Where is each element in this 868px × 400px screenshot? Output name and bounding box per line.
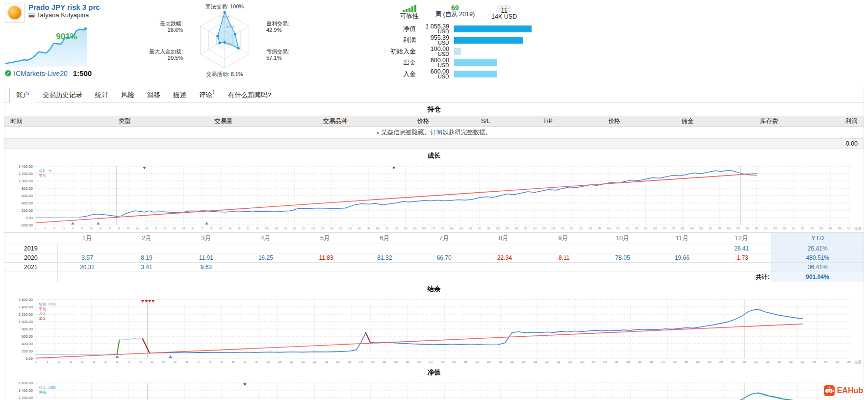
- chart-legend-item: 净值: [39, 390, 47, 394]
- tab-评论[interactable]: 评论1: [193, 87, 222, 102]
- svg-text:95: 95: [255, 361, 258, 363]
- withdrawal-marker-icon: [243, 383, 246, 386]
- month-value: [712, 262, 771, 272]
- month-value: [57, 244, 117, 253]
- svg-text:288: 288: [699, 227, 703, 230]
- tab-交易历史记录[interactable]: 交易历史记录: [36, 88, 89, 102]
- weeks-label: 周 (自从 2019): [435, 11, 475, 18]
- svg-text:70: 70: [197, 361, 200, 363]
- month-value: [236, 262, 295, 272]
- month-value: 8.19: [117, 253, 176, 262]
- tab-bar: 账户交易历史记录统计风险滑移描述评论1有什么新闻吗?: [4, 87, 864, 102]
- tab-滑移[interactable]: 滑移: [141, 88, 167, 102]
- svg-text:164: 164: [413, 227, 417, 230]
- svg-text:265: 265: [650, 361, 654, 363]
- svg-text:800.00: 800.00: [22, 186, 33, 190]
- equity-section: 净值 0.00200.00400.00600.00800.001 000.001…: [4, 366, 864, 400]
- svg-text:1 400.00: 1 400.00: [19, 164, 33, 168]
- svg-text:255: 255: [626, 361, 630, 363]
- svg-text:115: 115: [301, 361, 305, 363]
- month-value: [117, 244, 176, 253]
- monthly-growth-table: 1月2月3月4月5月6月7月8月9月10月11月12月YTD201926.412…: [4, 232, 864, 282]
- month-value: 20.32: [57, 262, 117, 272]
- svg-text:152: 152: [385, 227, 389, 230]
- author-name: Tatyana Kulyapina: [37, 11, 89, 19]
- series-growth-early: [36, 217, 80, 217]
- svg-text:328: 328: [791, 227, 795, 230]
- series-balance-early2: [120, 338, 143, 340]
- svg-text:320: 320: [777, 361, 781, 363]
- month-header: 9月: [534, 232, 593, 244]
- positions-col-交易量: 交易量: [168, 116, 280, 126]
- stat-bar: [454, 48, 461, 55]
- svg-text:55: 55: [162, 361, 165, 363]
- svg-text:195: 195: [487, 361, 491, 363]
- broker-server-link[interactable]: ICMarkets-Live20: [14, 70, 68, 77]
- equity-chart-title: 净值: [4, 366, 864, 379]
- tab-账户[interactable]: 账户: [9, 88, 36, 102]
- svg-text:200: 200: [496, 227, 500, 230]
- tab-风险[interactable]: 风险: [115, 88, 141, 102]
- stat-row-4: 入金600.00USD: [358, 69, 532, 78]
- month-header: 2月: [117, 232, 176, 244]
- month-value: 3.57: [57, 253, 117, 262]
- weeks-kpi: 69 周 (自从 2019): [435, 5, 475, 20]
- svg-text:276: 276: [671, 227, 675, 230]
- subscribe-link[interactable]: 订阅: [430, 129, 442, 136]
- month-value: [652, 244, 712, 253]
- positions-col-价格: 价格: [580, 116, 649, 126]
- positions-col-S/L: S/L: [456, 116, 516, 126]
- tab-统计[interactable]: 统计: [89, 88, 115, 102]
- svg-text:72: 72: [201, 227, 204, 230]
- month-value: [355, 262, 414, 272]
- svg-text:224: 224: [551, 227, 555, 230]
- svg-text:196: 196: [486, 227, 490, 230]
- svg-text:325: 325: [789, 361, 793, 363]
- svg-text:600.00: 600.00: [22, 193, 33, 198]
- series-balance-early: [36, 353, 117, 354]
- svg-text:310: 310: [754, 361, 758, 363]
- svg-text:130: 130: [336, 361, 340, 363]
- svg-text:132: 132: [339, 227, 343, 230]
- svg-text:124: 124: [320, 227, 324, 230]
- deposit-marker-icon: [71, 222, 74, 225]
- chart-legend-item: 平均: [39, 173, 46, 177]
- month-value: 3.41: [117, 262, 176, 272]
- stat-row-2: 初始入金100.00USD: [358, 47, 532, 56]
- svg-text:5: 5: [47, 361, 48, 363]
- stat-value: 955.39USD: [416, 35, 454, 45]
- svg-text:0%: 0%: [226, 42, 231, 46]
- svg-text:50%: 50%: [226, 25, 234, 29]
- svg-text:300: 300: [731, 361, 735, 363]
- ytd-value: 26.41%: [771, 244, 864, 253]
- svg-text:24: 24: [90, 227, 93, 230]
- month-value: [295, 262, 355, 272]
- svg-text:180: 180: [450, 227, 454, 230]
- month-header: 12月: [712, 232, 771, 244]
- tab-有什么新闻吗?[interactable]: 有什么新闻吗?: [222, 88, 278, 102]
- svg-text:264: 264: [644, 227, 648, 230]
- russia-flag-icon: [28, 13, 35, 18]
- svg-text:212: 212: [524, 227, 528, 230]
- stat-label: 初始入金: [358, 47, 416, 56]
- svg-text:150: 150: [383, 361, 386, 363]
- deposit-marker-icon: [169, 355, 172, 358]
- svg-text:344: 344: [829, 227, 833, 230]
- month-value: [177, 244, 236, 253]
- svg-text:190: 190: [475, 361, 479, 363]
- ytd-header: YTD: [771, 232, 864, 244]
- svg-text:1 000.00: 1 000.00: [19, 319, 33, 324]
- svg-text:75: 75: [209, 361, 212, 363]
- tab-描述[interactable]: 描述: [167, 88, 193, 102]
- signal-title-link[interactable]: Prado JPY risk 3 prc: [28, 3, 100, 11]
- balance-chart-title: 结余: [4, 282, 864, 296]
- series-balance: [36, 393, 802, 400]
- svg-text:76: 76: [210, 227, 213, 230]
- svg-text:136: 136: [348, 227, 352, 230]
- chart-legend-item: 成长, %: [39, 169, 51, 173]
- month-value: 81.32: [355, 253, 414, 262]
- svg-text:125: 125: [324, 361, 328, 363]
- svg-text:1 600.00: 1 600.00: [19, 297, 33, 301]
- svg-text:268: 268: [653, 227, 657, 230]
- svg-text:340: 340: [824, 361, 828, 363]
